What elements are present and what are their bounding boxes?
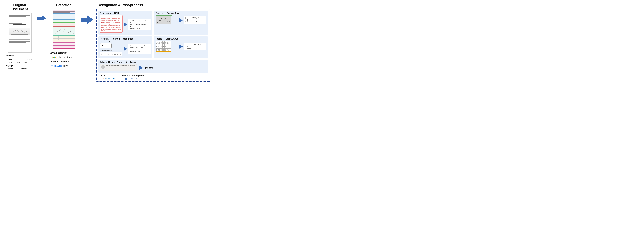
recog-bottom: OCR - ≋ PaddleOCR Formula Recognition - …: [98, 74, 208, 80]
detection-meta: Layout Detection - ■■■■ unilm LayoutLMv3…: [49, 51, 72, 68]
discard-text-content: Assoc de Academias Brasileira de Ciencia…: [106, 65, 136, 71]
plain-texts-arrow: [124, 22, 127, 27]
detection-panel: Detection: [49, 3, 78, 68]
ultralytics-text: ultralytics: [54, 65, 62, 67]
plain-texts-json-text: {"text": "In addition, we...","poly": [1…: [130, 20, 146, 29]
layoutlmv3-text: LayoutLMv3: [62, 56, 72, 58]
doc-type-ppt: - PPT …: [23, 61, 32, 64]
paddleocr-text: PaddleOCR: [105, 78, 116, 80]
arrow-doc-to-detection: [38, 3, 46, 21]
doc-meta: Document: - Paper - Financial report - T…: [4, 54, 32, 71]
plain-texts-json: {"text": "In addition, we...","poly": [1…: [128, 18, 151, 30]
figures-json-text: {"poly": [236.0, 11.0, ...],"category_id…: [185, 17, 201, 23]
formula-recog-item: - U UniMERNet: [122, 77, 145, 80]
plain-texts-section: Plain texts → OCR In addition, we found …: [98, 10, 152, 35]
table-crop-box: TretTMWTMFTerrTionTIRT (±%) 2.41.1069100…: [156, 41, 171, 52]
formula-bullet: -: [50, 65, 51, 67]
big-arrow-shape: [81, 15, 94, 24]
formula-tool: - ultralytics Yolov8: [50, 64, 72, 68]
plain-texts-result: {"text": "In addition, we...","poly": [1…: [128, 18, 151, 30]
plain-texts-arrow-shape: [124, 22, 127, 27]
discard-avatar: [101, 65, 105, 69]
inline-formula-box-wrapper: n → ∞: [100, 43, 123, 49]
formula-json: {"latex": "n \to \infty","poly": [155.0,…: [128, 44, 151, 54]
plain-text-sample: In addition, we found 18 compounds in th…: [100, 15, 123, 33]
plain-texts-row: In addition, we found 18 compounds in th…: [100, 15, 151, 33]
formula-recog-section: Formula Recognition - U UniMERNet: [122, 74, 145, 80]
paddle-wavy-icon: ≋: [103, 77, 104, 80]
ms-logo: ■■■■: [52, 56, 57, 58]
tables-arrow-shape: [179, 44, 183, 49]
inline-formula-box: n → ∞: [100, 43, 112, 48]
recognition-inner: Plain texts → OCR In addition, we found …: [96, 8, 210, 82]
others-content: Assoc de Academias Brasileira de Ciencia…: [100, 64, 137, 71]
formula-arrow-shape: [124, 47, 127, 51]
original-doc-title: Original Document: [4, 3, 34, 11]
tables-title: Tables → Crop & Save: [156, 37, 206, 40]
figures-result: {"poly": [236.0, 11.0, ...],"category_id…: [184, 16, 206, 24]
formula-row: Inline formula n → ∞ Isolated formula: [100, 41, 151, 57]
unilm-text: unilm: [57, 56, 62, 58]
others-section: Others (Header, Footer …) → Discard Asso…: [98, 60, 208, 73]
tables-json: {"poly": [356.0, 90.0, ...],"category_id…: [184, 43, 206, 50]
unimernet-icon: U: [125, 78, 127, 80]
inline-math-text: n → ∞: [102, 44, 110, 47]
original-doc-page: Figure 1 - UPLC-MS Chromatogram of salin…: [8, 12, 32, 53]
tables-content: TretTMWTMFTerrTionTIRT (±%) 2.41.1069100…: [156, 41, 178, 52]
discard-label: Discard: [145, 67, 153, 69]
doc-type-financial: - Financial report: [4, 61, 20, 64]
formula-arrow: [124, 47, 127, 51]
ocr-section: OCR - ≋ PaddleOCR: [100, 74, 116, 80]
figures-content: Figure 1 - UPLC-MS: [156, 15, 178, 25]
detection-page-wrapper: [53, 9, 75, 49]
recog-grid: Plain texts → OCR In addition, we found …: [98, 10, 208, 73]
formula-detection-label: Formula Detection: [50, 60, 72, 64]
formula-title: Formula → Formula Recognition: [100, 37, 151, 40]
lang-chinese: - Chinese: [18, 67, 27, 71]
svg-text:Figure 1 - UPLC-MS: Figure 1 - UPLC-MS: [157, 16, 164, 17]
layout-bullet: -: [50, 56, 51, 58]
dash-unimer: -: [124, 78, 125, 80]
tables-section: Tables → Crop & Save TretTMWTMFTerrTionT…: [154, 36, 208, 58]
isolated-formula-box-wrapper: Qc = 1 − Σn=0∞ F(n,γi)P0(n,γc),: [100, 52, 123, 57]
formula-result: {"latex": "n \to \infty","poly": [155.0,…: [128, 44, 151, 54]
original-doc-panel: Original Document: [4, 3, 34, 71]
layout-tool: - ■■■■ unilm LayoutLMv3: [50, 55, 72, 59]
figures-title: Figures → Crop & Save: [156, 12, 206, 14]
recognition-title: Recognition & Post-process: [98, 3, 210, 7]
tables-result: {"poly": [356.0, 90.0, ...],"category_id…: [184, 43, 206, 50]
doc-type-paper: - Paper: [4, 57, 20, 61]
unimernet-text: UniMERNet: [128, 77, 139, 80]
detection-page: [52, 8, 76, 49]
figures-row: Figure 1 - UPLC-MS: [156, 15, 206, 25]
figures-json: {"poly": [236.0, 11.0, ...],"category_id…: [184, 16, 206, 24]
detection-title: Detection: [56, 3, 72, 7]
lang-english: - English: [4, 67, 13, 71]
figures-section: Figures → Crop & Save Figure 1 - UPLC-MS: [154, 10, 208, 35]
plain-texts-content: In addition, we found 18 compounds in th…: [100, 15, 123, 33]
tables-json-text: {"poly": [356.0, 90.0, ...],"category_id…: [185, 44, 201, 49]
figure-svg: Figure 1 - UPLC-MS: [156, 16, 172, 24]
language-label: Language:: [4, 65, 14, 67]
ultralytics-logo: [52, 65, 53, 67]
layout-detection-label: Layout Detection: [50, 51, 72, 55]
figure-crop-box: Figure 1 - UPLC-MS: [156, 15, 172, 25]
ocr-item: - ≋ PaddleOCR: [100, 77, 116, 80]
yolov8-text: Yolov8: [63, 65, 68, 67]
ocr-title: OCR: [100, 74, 116, 77]
tables-arrow: [179, 44, 183, 49]
discard-arrow: [140, 66, 143, 70]
formula-content: Inline formula n → ∞ Isolated formula: [100, 41, 123, 57]
discard-content-box: Assoc de Academias Brasileira de Ciencia…: [100, 64, 137, 71]
inline-formula-label: Inline formula: [100, 41, 123, 43]
others-title: Others (Header, Footer …) → Discard: [100, 61, 206, 63]
others-row: Assoc de Academias Brasileira de Ciencia…: [100, 64, 206, 71]
plain-texts-title: Plain texts → OCR: [100, 12, 151, 14]
document-label: Document:: [4, 55, 14, 57]
main-container: Original Document: [4, 3, 210, 82]
formula-recog-title: Formula Recognition: [122, 74, 145, 77]
recognition-panel: Recognition & Post-process Plain texts →…: [96, 3, 210, 82]
figures-arrow: [179, 18, 183, 22]
doc-type-textbook: - Textbook: [23, 57, 32, 61]
isolated-math-text: Qc = 1 − Σn=0∞ F(n,γi)P0(n,γc),: [102, 53, 121, 55]
